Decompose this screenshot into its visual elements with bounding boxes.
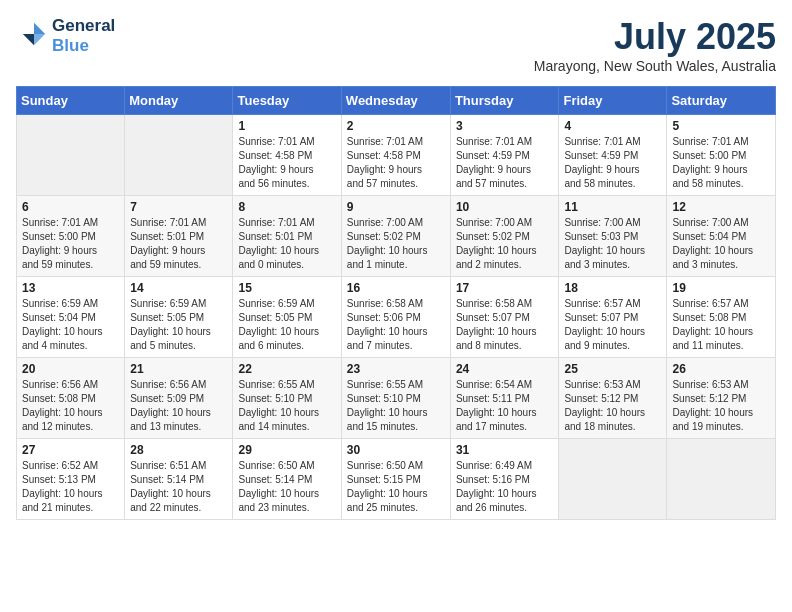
day-info: Sunrise: 6:53 AM Sunset: 5:12 PM Dayligh…: [672, 378, 770, 434]
day-number: 5: [672, 119, 770, 133]
day-info: Sunrise: 6:53 AM Sunset: 5:12 PM Dayligh…: [564, 378, 661, 434]
day-info: Sunrise: 7:00 AM Sunset: 5:03 PM Dayligh…: [564, 216, 661, 272]
day-number: 7: [130, 200, 227, 214]
day-number: 11: [564, 200, 661, 214]
calendar-cell: 28Sunrise: 6:51 AM Sunset: 5:14 PM Dayli…: [125, 439, 233, 520]
day-number: 19: [672, 281, 770, 295]
day-number: 26: [672, 362, 770, 376]
day-info: Sunrise: 6:57 AM Sunset: 5:07 PM Dayligh…: [564, 297, 661, 353]
day-number: 29: [238, 443, 335, 457]
calendar-cell: 14Sunrise: 6:59 AM Sunset: 5:05 PM Dayli…: [125, 277, 233, 358]
logo: General Blue: [16, 16, 115, 57]
day-number: 12: [672, 200, 770, 214]
location-title: Marayong, New South Wales, Australia: [534, 58, 776, 74]
weekday-header-saturday: Saturday: [667, 87, 776, 115]
day-info: Sunrise: 6:54 AM Sunset: 5:11 PM Dayligh…: [456, 378, 554, 434]
day-info: Sunrise: 7:01 AM Sunset: 5:00 PM Dayligh…: [672, 135, 770, 191]
day-number: 10: [456, 200, 554, 214]
logo-general: General: [52, 16, 115, 36]
calendar-cell: 12Sunrise: 7:00 AM Sunset: 5:04 PM Dayli…: [667, 196, 776, 277]
calendar-cell: [559, 439, 667, 520]
day-info: Sunrise: 7:00 AM Sunset: 5:02 PM Dayligh…: [347, 216, 445, 272]
calendar-cell: 3Sunrise: 7:01 AM Sunset: 4:59 PM Daylig…: [450, 115, 559, 196]
day-info: Sunrise: 6:55 AM Sunset: 5:10 PM Dayligh…: [347, 378, 445, 434]
day-number: 25: [564, 362, 661, 376]
calendar-table: SundayMondayTuesdayWednesdayThursdayFrid…: [16, 86, 776, 520]
day-info: Sunrise: 7:01 AM Sunset: 4:59 PM Dayligh…: [564, 135, 661, 191]
calendar-week-row: 6Sunrise: 7:01 AM Sunset: 5:00 PM Daylig…: [17, 196, 776, 277]
day-info: Sunrise: 7:01 AM Sunset: 4:59 PM Dayligh…: [456, 135, 554, 191]
day-info: Sunrise: 6:50 AM Sunset: 5:14 PM Dayligh…: [238, 459, 335, 515]
calendar-cell: 20Sunrise: 6:56 AM Sunset: 5:08 PM Dayli…: [17, 358, 125, 439]
calendar-cell: 16Sunrise: 6:58 AM Sunset: 5:06 PM Dayli…: [341, 277, 450, 358]
day-info: Sunrise: 6:57 AM Sunset: 5:08 PM Dayligh…: [672, 297, 770, 353]
svg-marker-0: [34, 23, 45, 34]
calendar-week-row: 27Sunrise: 6:52 AM Sunset: 5:13 PM Dayli…: [17, 439, 776, 520]
day-number: 8: [238, 200, 335, 214]
calendar-week-row: 13Sunrise: 6:59 AM Sunset: 5:04 PM Dayli…: [17, 277, 776, 358]
day-number: 24: [456, 362, 554, 376]
weekday-header-tuesday: Tuesday: [233, 87, 341, 115]
calendar-cell: 8Sunrise: 7:01 AM Sunset: 5:01 PM Daylig…: [233, 196, 341, 277]
day-info: Sunrise: 7:00 AM Sunset: 5:02 PM Dayligh…: [456, 216, 554, 272]
day-number: 16: [347, 281, 445, 295]
day-number: 1: [238, 119, 335, 133]
day-info: Sunrise: 6:55 AM Sunset: 5:10 PM Dayligh…: [238, 378, 335, 434]
page-header: General Blue July 2025 Marayong, New Sou…: [16, 16, 776, 74]
calendar-cell: 11Sunrise: 7:00 AM Sunset: 5:03 PM Dayli…: [559, 196, 667, 277]
svg-marker-1: [23, 34, 34, 45]
calendar-cell: 10Sunrise: 7:00 AM Sunset: 5:02 PM Dayli…: [450, 196, 559, 277]
day-info: Sunrise: 6:52 AM Sunset: 5:13 PM Dayligh…: [22, 459, 119, 515]
calendar-cell: [17, 115, 125, 196]
calendar-cell: 18Sunrise: 6:57 AM Sunset: 5:07 PM Dayli…: [559, 277, 667, 358]
calendar-cell: 31Sunrise: 6:49 AM Sunset: 5:16 PM Dayli…: [450, 439, 559, 520]
day-info: Sunrise: 7:00 AM Sunset: 5:04 PM Dayligh…: [672, 216, 770, 272]
day-number: 3: [456, 119, 554, 133]
logo-icon: [20, 20, 48, 48]
day-number: 30: [347, 443, 445, 457]
calendar-cell: 19Sunrise: 6:57 AM Sunset: 5:08 PM Dayli…: [667, 277, 776, 358]
calendar-cell: 25Sunrise: 6:53 AM Sunset: 5:12 PM Dayli…: [559, 358, 667, 439]
day-info: Sunrise: 6:49 AM Sunset: 5:16 PM Dayligh…: [456, 459, 554, 515]
day-info: Sunrise: 6:59 AM Sunset: 5:04 PM Dayligh…: [22, 297, 119, 353]
calendar-cell: 9Sunrise: 7:00 AM Sunset: 5:02 PM Daylig…: [341, 196, 450, 277]
day-info: Sunrise: 7:01 AM Sunset: 5:01 PM Dayligh…: [238, 216, 335, 272]
day-number: 18: [564, 281, 661, 295]
calendar-cell: 2Sunrise: 7:01 AM Sunset: 4:58 PM Daylig…: [341, 115, 450, 196]
day-number: 21: [130, 362, 227, 376]
calendar-cell: [667, 439, 776, 520]
calendar-week-row: 1Sunrise: 7:01 AM Sunset: 4:58 PM Daylig…: [17, 115, 776, 196]
day-info: Sunrise: 6:56 AM Sunset: 5:09 PM Dayligh…: [130, 378, 227, 434]
logo-blue: Blue: [52, 36, 115, 56]
day-number: 9: [347, 200, 445, 214]
day-number: 2: [347, 119, 445, 133]
day-info: Sunrise: 6:50 AM Sunset: 5:15 PM Dayligh…: [347, 459, 445, 515]
day-number: 27: [22, 443, 119, 457]
title-section: July 2025 Marayong, New South Wales, Aus…: [534, 16, 776, 74]
day-info: Sunrise: 6:59 AM Sunset: 5:05 PM Dayligh…: [238, 297, 335, 353]
calendar-cell: 6Sunrise: 7:01 AM Sunset: 5:00 PM Daylig…: [17, 196, 125, 277]
calendar-week-row: 20Sunrise: 6:56 AM Sunset: 5:08 PM Dayli…: [17, 358, 776, 439]
day-number: 20: [22, 362, 119, 376]
day-info: Sunrise: 7:01 AM Sunset: 5:00 PM Dayligh…: [22, 216, 119, 272]
day-number: 31: [456, 443, 554, 457]
day-info: Sunrise: 7:01 AM Sunset: 5:01 PM Dayligh…: [130, 216, 227, 272]
day-info: Sunrise: 6:51 AM Sunset: 5:14 PM Dayligh…: [130, 459, 227, 515]
day-number: 28: [130, 443, 227, 457]
calendar-cell: 22Sunrise: 6:55 AM Sunset: 5:10 PM Dayli…: [233, 358, 341, 439]
day-number: 15: [238, 281, 335, 295]
weekday-header-sunday: Sunday: [17, 87, 125, 115]
calendar-cell: 4Sunrise: 7:01 AM Sunset: 4:59 PM Daylig…: [559, 115, 667, 196]
calendar-cell: 13Sunrise: 6:59 AM Sunset: 5:04 PM Dayli…: [17, 277, 125, 358]
day-info: Sunrise: 6:59 AM Sunset: 5:05 PM Dayligh…: [130, 297, 227, 353]
day-number: 22: [238, 362, 335, 376]
calendar-cell: 7Sunrise: 7:01 AM Sunset: 5:01 PM Daylig…: [125, 196, 233, 277]
day-number: 6: [22, 200, 119, 214]
month-title: July 2025: [534, 16, 776, 58]
weekday-header-wednesday: Wednesday: [341, 87, 450, 115]
calendar-cell: 29Sunrise: 6:50 AM Sunset: 5:14 PM Dayli…: [233, 439, 341, 520]
calendar-cell: 1Sunrise: 7:01 AM Sunset: 4:58 PM Daylig…: [233, 115, 341, 196]
weekday-header-thursday: Thursday: [450, 87, 559, 115]
calendar-cell: 5Sunrise: 7:01 AM Sunset: 5:00 PM Daylig…: [667, 115, 776, 196]
day-info: Sunrise: 6:58 AM Sunset: 5:07 PM Dayligh…: [456, 297, 554, 353]
